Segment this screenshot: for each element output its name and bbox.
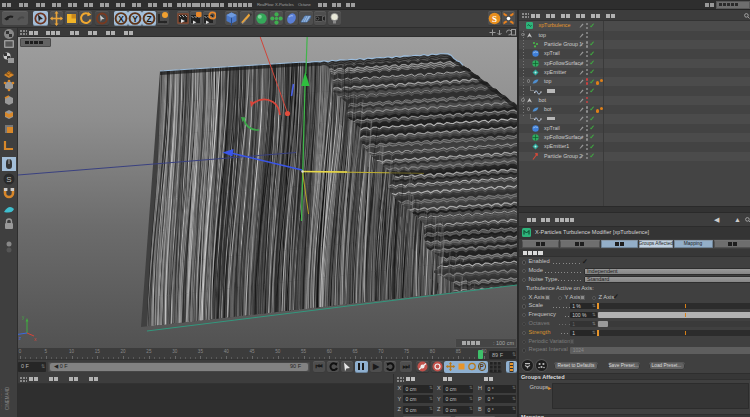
svg-text:X: X <box>118 14 124 24</box>
svg-text:Y: Y <box>132 14 138 24</box>
svg-text:S: S <box>6 175 11 184</box>
svg-text:Z: Z <box>146 14 151 24</box>
svg-text:S: S <box>492 14 497 24</box>
